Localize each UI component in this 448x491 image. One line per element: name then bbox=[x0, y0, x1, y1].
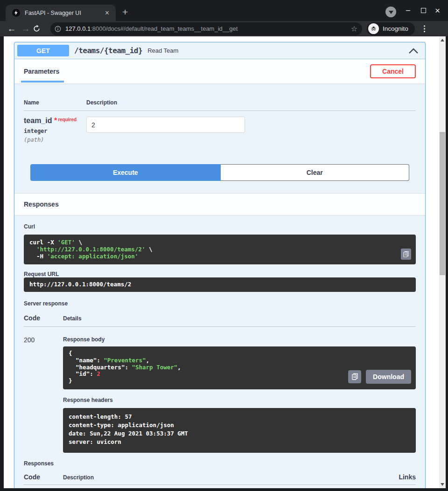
execute-button-group: Execute Clear bbox=[14, 143, 425, 194]
json-indent bbox=[69, 370, 76, 377]
url-text[interactable]: 127.0.0.1:8000/docs#/default/read_team_t… bbox=[65, 25, 351, 32]
column-code: Code bbox=[24, 473, 63, 481]
request-url-block: http://127.0.0.1:8000/teams/2 bbox=[24, 277, 416, 292]
column-links: Links bbox=[360, 473, 416, 481]
server-response-row: 200 Response body { "name": "Preventers"… bbox=[24, 327, 416, 453]
parameters-tab-underline bbox=[21, 81, 64, 83]
json-sep: : bbox=[97, 357, 104, 364]
page-viewport: GET /teams/{team_id} Read Team Parameter… bbox=[4, 36, 439, 488]
parameter-name: team_id *required bbox=[24, 117, 86, 125]
json-brace: { bbox=[69, 350, 72, 357]
json-comma: , bbox=[146, 357, 150, 364]
json-sep: : bbox=[125, 364, 132, 371]
response-body-label: Response body bbox=[63, 336, 416, 343]
incognito-badge: Incognito bbox=[367, 22, 415, 35]
response-header-line: content-length: 57 bbox=[69, 413, 410, 421]
json-number-value: 2 bbox=[97, 370, 100, 377]
forward-icon[interactable]: → bbox=[19, 24, 33, 33]
window-minimize-button[interactable]: – bbox=[406, 7, 410, 14]
response-status-code: 200 bbox=[24, 336, 63, 453]
curl-text: \ bbox=[75, 239, 82, 246]
curl-string: 'accept: application/json' bbox=[47, 253, 139, 260]
browser-toolbar: ← → 127.0.0.1:8000/docs#/default/read_te… bbox=[0, 21, 448, 36]
browser-menu-icon[interactable]: ⋮ bbox=[420, 24, 428, 34]
url-bar[interactable]: 127.0.0.1:8000/docs#/default/read_team_t… bbox=[50, 22, 362, 35]
opblock-get-teams: GET /teams/{team_id} Read Team Parameter… bbox=[14, 42, 426, 488]
fastapi-favicon-icon bbox=[12, 9, 20, 17]
curl-string: 'http://127.0.0.1:8000/teams/2' bbox=[36, 246, 145, 253]
tab-close-icon[interactable]: × bbox=[102, 8, 112, 18]
browser-tab[interactable]: FastAPI - Swagger UI × bbox=[6, 5, 116, 21]
json-key: "id" bbox=[76, 370, 90, 377]
json-string-value: "Sharp Tower" bbox=[132, 364, 177, 371]
parameter-name-text: team_id bbox=[24, 117, 52, 124]
window-close-button[interactable]: × bbox=[435, 6, 440, 15]
response-body-actions: Download bbox=[348, 370, 411, 384]
server-response-table-header: Code Details bbox=[24, 307, 416, 327]
responses-body: Curl curl -X 'GET' \ 'http://127.0.0.1:8… bbox=[14, 215, 425, 488]
scrollbar-up-icon[interactable] bbox=[439, 37, 446, 43]
curl-text bbox=[29, 246, 36, 253]
documented-response-row: 200 Successful Response No links bbox=[24, 485, 416, 488]
bookmark-star-icon[interactable]: ☆ bbox=[351, 24, 357, 33]
copy-curl-icon[interactable] bbox=[401, 249, 411, 260]
json-key: "name" bbox=[76, 357, 97, 364]
http-method-badge: GET bbox=[17, 45, 69, 56]
copy-response-icon[interactable] bbox=[348, 370, 361, 383]
curl-text: \ bbox=[145, 246, 152, 253]
curl-text: curl -X bbox=[29, 239, 57, 246]
parameters-table-header: Name Description bbox=[24, 91, 416, 111]
cancel-button[interactable]: Cancel bbox=[370, 64, 416, 78]
back-icon[interactable]: ← bbox=[5, 24, 19, 33]
response-body-block: { "name": "Preventers", "headquarters": … bbox=[63, 346, 416, 389]
url-host: 127.0.0.1 bbox=[65, 25, 91, 32]
response-headers-label: Response headers bbox=[63, 397, 416, 403]
json-indent bbox=[69, 364, 76, 371]
curl-text: -H bbox=[29, 253, 47, 260]
tab-parameters[interactable]: Parameters bbox=[24, 68, 59, 75]
incognito-label: Incognito bbox=[383, 25, 408, 32]
column-description: Description bbox=[86, 99, 416, 106]
json-line: "name": "Preventers", bbox=[69, 357, 410, 364]
parameter-location: (path) bbox=[24, 137, 86, 143]
window-maximize-button[interactable] bbox=[421, 8, 426, 13]
column-code: Code bbox=[24, 314, 63, 322]
download-button[interactable]: Download bbox=[366, 370, 411, 384]
site-info-icon[interactable] bbox=[54, 25, 62, 33]
response-header-line: server: uvicorn bbox=[69, 438, 410, 446]
response-details-cell: Response body { "name": "Preventers", "h… bbox=[63, 336, 416, 453]
endpoint-summary: Read Team bbox=[147, 47, 408, 54]
clear-button[interactable]: Clear bbox=[221, 164, 410, 181]
json-sep: : bbox=[90, 370, 97, 377]
opblock-summary[interactable]: GET /teams/{team_id} Read Team bbox=[14, 42, 425, 59]
curl-line-2: 'http://127.0.0.1:8000/teams/2' \ bbox=[29, 246, 410, 253]
json-indent bbox=[69, 357, 76, 364]
curl-string: 'GET' bbox=[57, 239, 75, 246]
scrollbar-thumb[interactable] bbox=[440, 132, 445, 275]
request-url-label: Request URL bbox=[24, 271, 416, 277]
scrollbar-down-icon[interactable] bbox=[439, 482, 446, 487]
parameter-name-cell: team_id *required integer (path) bbox=[24, 117, 86, 143]
reload-icon[interactable] bbox=[33, 25, 47, 33]
page-scrollbar[interactable] bbox=[439, 36, 446, 488]
browser-update-icon[interactable] bbox=[385, 7, 396, 17]
responses-section-header: Responses bbox=[14, 194, 425, 215]
curl-command-block: curl -X 'GET' \ 'http://127.0.0.1:8000/t… bbox=[24, 235, 416, 264]
curl-label: Curl bbox=[24, 223, 416, 230]
parameter-row-team-id: team_id *required integer (path) bbox=[24, 111, 416, 143]
required-label: required bbox=[58, 117, 77, 122]
team-id-input[interactable] bbox=[86, 117, 245, 133]
incognito-icon bbox=[368, 23, 379, 34]
execute-button[interactable]: Execute bbox=[30, 164, 221, 181]
documented-responses-label: Responses bbox=[24, 460, 416, 467]
json-string-value: "Preventers" bbox=[104, 357, 146, 364]
endpoint-path: /teams/{team_id} bbox=[74, 46, 142, 55]
required-asterisk: * bbox=[54, 117, 57, 124]
parameters-section-header: Parameters Cancel bbox=[14, 59, 425, 83]
collapse-chevron-up-icon[interactable] bbox=[408, 48, 419, 54]
response-header-line: date: Sun,22 Aug 2021 03:53:37 GMT bbox=[69, 429, 410, 438]
new-tab-icon[interactable]: + bbox=[122, 7, 128, 17]
server-response-label: Server response bbox=[24, 300, 416, 307]
response-headers-block: content-length: 57 content-type: applica… bbox=[63, 408, 416, 453]
down-triangle-icon bbox=[441, 483, 444, 486]
